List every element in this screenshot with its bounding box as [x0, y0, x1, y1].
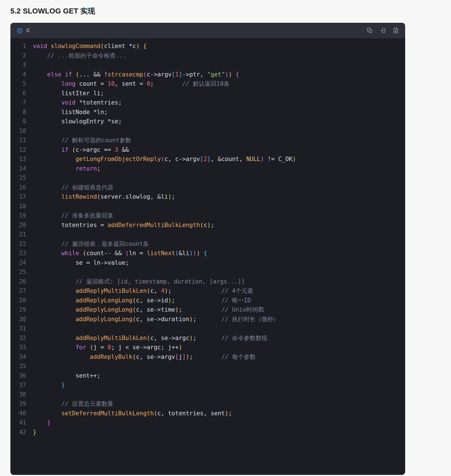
section-heading: 5.2 SLOWLOG GET 实现 [0, 0, 451, 23]
language-label: C [26, 28, 30, 33]
code-line-content: } [26, 380, 65, 390]
code-line-content: getLongFromObjectOrReply(c, c->argv[2], … [26, 155, 296, 164]
code-area: 1void slowlogCommand(client *c) {2 // ..… [10, 38, 405, 475]
line-number: 13 [10, 155, 26, 164]
line-number: 21 [10, 230, 26, 239]
code-line: 3 [10, 60, 405, 70]
code-line-content: // 解析可选的count参数 [26, 136, 131, 145]
line-number: 23 [10, 249, 26, 258]
code-line-content: return; [26, 164, 100, 174]
code-line-content [26, 362, 33, 371]
code-line: 9 slowlogEntry *se; [10, 117, 405, 126]
code-line-content [26, 60, 33, 70]
line-number: 35 [10, 362, 26, 371]
c-language-icon: C [17, 28, 23, 34]
line-number: 27 [10, 286, 26, 296]
code-line-content: void slowlogCommand(client *c) { [26, 42, 147, 51]
code-line: 36 sent++; [10, 371, 405, 381]
code-line-content: } [26, 428, 37, 437]
line-number: 3 [10, 60, 26, 70]
code-line: 32 addReplyMultiBulkLen(c, se->argc); //… [10, 334, 405, 343]
download-icon [393, 28, 399, 33]
code-line-content [26, 202, 33, 211]
code-line: 2 // ...前面的子命令检查... [10, 51, 405, 61]
line-number: 17 [10, 192, 26, 202]
code-line-content: // 返回格式: [id, timestamp, duration, [args… [26, 277, 245, 287]
code-line: 41 } [10, 418, 405, 428]
code-line: 12 if (c->argc == 3 && [10, 145, 405, 155]
code-line: 18 [10, 202, 405, 211]
line-number: 38 [10, 390, 26, 400]
line-number: 42 [10, 428, 26, 437]
line-number: 7 [10, 98, 26, 108]
code-line-content [26, 126, 33, 136]
line-number: 10 [10, 126, 26, 136]
code-line-content: long count = 10, sent = 0; // 默认返回10条 [26, 79, 229, 89]
code-line: 5 long count = 10, sent = 0; // 默认返回10条 [10, 79, 405, 89]
line-number: 31 [10, 324, 26, 334]
code-line-content: addReplyLongLong(c, se->time); // Unix时间… [26, 305, 264, 315]
code-line: 35 [10, 362, 405, 371]
code-line-content [26, 230, 33, 239]
line-number: 1 [10, 42, 26, 51]
code-line: 22 // 遍历链表，最多返回count条 [10, 239, 405, 249]
code-line-content: se = ln->value; [26, 258, 129, 268]
insert-button[interactable] [380, 28, 386, 34]
line-number: 20 [10, 221, 26, 230]
code-block-header: C C [10, 23, 405, 38]
code-line-content: listRewind(server.slowlog, &li); [26, 192, 175, 202]
line-number: 32 [10, 334, 26, 343]
download-button[interactable] [393, 28, 399, 34]
code-line: 1void slowlogCommand(client *c) { [10, 42, 405, 51]
code-line: 33 for (j = 0; j < se->argc; j++) [10, 343, 405, 352]
line-number: 34 [10, 352, 26, 362]
code-line-content: // ...前面的子命令检查... [26, 51, 126, 61]
line-number: 22 [10, 239, 26, 249]
code-line-content [26, 268, 33, 277]
code-line: 31 [10, 324, 405, 334]
code-line: 27 addReplyMultiBulkLen(c, 4); // 4个元素 [10, 286, 405, 296]
line-number: 39 [10, 399, 26, 409]
code-line: 13 getLongFromObjectOrReply(c, c->argv[2… [10, 155, 405, 164]
code-line: 29 addReplyLongLong(c, se->time); // Uni… [10, 305, 405, 315]
code-line: 21 [10, 230, 405, 239]
code-line-content [26, 173, 33, 183]
code-line-content: // 设置总元素数量 [26, 399, 113, 409]
code-line-content: setDeferredMultiBulkLength(c, totentries… [26, 409, 232, 418]
code-line-content: for (j = 0; j < se->argc; j++) [26, 343, 182, 352]
code-line-content: addReplyBulk(c, se->argv[j]); // 每个参数 [26, 352, 256, 362]
code-line: 40 setDeferredMultiBulkLength(c, totentr… [10, 409, 405, 418]
code-line-content: addReplyMultiBulkLen(c, se->argc); // 命令… [26, 334, 267, 343]
code-line: 7 void *totentries; [10, 98, 405, 108]
insert-icon [380, 28, 386, 33]
line-number: 4 [10, 70, 26, 80]
code-toolbar [367, 28, 399, 34]
language-indicator: C C [17, 28, 30, 34]
code-line: 14 return; [10, 164, 405, 174]
line-number: 6 [10, 89, 26, 98]
code-line: 26 // 返回格式: [id, timestamp, duration, [a… [10, 277, 405, 287]
code-line-content: listNode *ln; [26, 108, 108, 117]
code-line: 34 addReplyBulk(c, se->argv[j]); // 每个参数 [10, 352, 405, 362]
line-number: 36 [10, 371, 26, 381]
code-line-content: if (c->argc == 3 && [26, 145, 129, 155]
code-line-content: listIter li; [26, 89, 104, 98]
code-line: 37 } [10, 380, 405, 390]
code-line: 15 [10, 173, 405, 183]
code-line: 4 else if (... && !strcasecmp(c->argv[1]… [10, 70, 405, 80]
code-line-content: // 准备多批量回复 [26, 211, 113, 221]
code-line-content: void *totentries; [26, 98, 122, 108]
code-line: 19 // 准备多批量回复 [10, 211, 405, 221]
line-number: 26 [10, 277, 26, 287]
code-line: 42} [10, 428, 405, 437]
code-line-content: slowlogEntry *se; [26, 117, 122, 126]
code-line-content: totentries = addDeferredMultiBulkLength(… [26, 221, 214, 230]
code-line: 6 listIter li; [10, 89, 405, 98]
line-number: 11 [10, 136, 26, 145]
code-block: C C [10, 23, 405, 475]
code-line-content: else if (... && !strcasecmp(c->argv[1]->… [26, 70, 239, 80]
code-line: 38 [10, 390, 405, 400]
copy-button[interactable] [367, 28, 373, 34]
line-number: 40 [10, 409, 26, 418]
line-number: 24 [10, 258, 26, 268]
